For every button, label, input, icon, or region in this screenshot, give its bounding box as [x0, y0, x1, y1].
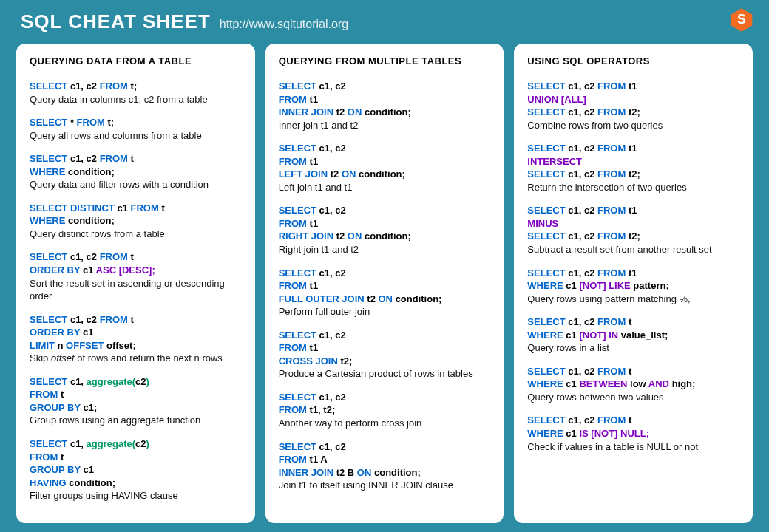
code-line: FROM t1: [279, 155, 491, 168]
card-heading: QUERYING FROM MULTIPLE TABLES: [279, 55, 491, 69]
code-block: SELECT c1, c2 FROM t1WHERE c1 [NOT] LIKE…: [527, 267, 739, 306]
code-line: WHERE condition;: [30, 166, 242, 179]
code-block: SELECT DISTINCT c1 FROM tWHERE condition…: [30, 202, 242, 241]
code-line: SELECT c1, c2 FROM t: [527, 414, 739, 427]
code-line: LIMIT n OFFSET offset;: [30, 339, 242, 352]
code-line: ORDER BY c1: [30, 326, 242, 339]
code-block: SELECT c1, c2 FROM t1INTERSECTSELECT c1,…: [527, 142, 739, 194]
code-line: SELECT c1, c2: [279, 204, 491, 217]
code-block: SELECT c1, c2FROM t1INNER JOIN t2 ON con…: [279, 80, 491, 132]
code-block: SELECT c1, c2 FROM tWHERE condition;Quer…: [30, 152, 242, 191]
card-heading: QUERYING DATA FROM A TABLE: [30, 55, 242, 69]
code-line: CROSS JOIN t2;: [279, 355, 491, 368]
code-line: RIGHT JOIN t2 ON condition;: [279, 230, 491, 243]
code-line: SELECT c1, c2: [279, 80, 491, 93]
code-line: SELECT c1, c2 FROM t;: [30, 80, 242, 93]
code-description: Query data in columns c1, c2 from a tabl…: [30, 93, 242, 106]
code-description: Produce a Cartesian product of rows in t…: [279, 367, 491, 381]
code-line: WHERE c1 [NOT] IN value_list;: [527, 329, 739, 342]
code-line: INTERSECT: [527, 155, 739, 168]
code-description: Sort the result set in ascending or desc…: [30, 277, 242, 303]
card-body: SELECT c1, c2 FROM t1UNION [ALL]SELECT c…: [527, 80, 739, 453]
code-description: Subtract a result set from another resul…: [527, 243, 739, 256]
code-description: Perform full outer join: [279, 305, 491, 318]
card-heading: USING SQL OPERATORS: [527, 55, 739, 69]
code-line: SELECT c1, c2 FROM t1: [527, 204, 739, 217]
code-block: SELECT c1, c2 FROM t;Query data in colum…: [30, 80, 242, 106]
code-block: SELECT c1, c2 FROM tORDER BY c1 ASC [DES…: [30, 250, 242, 302]
code-description: Another way to perform cross join: [279, 417, 491, 430]
code-block: SELECT c1, c2 FROM t1UNION [ALL]SELECT c…: [527, 80, 739, 132]
code-block: SELECT c1, c2 FROM tWHERE c1 [NOT] IN va…: [527, 316, 739, 355]
code-line: FROM t: [30, 388, 242, 401]
code-block: SELECT c1, c2FROM t1LEFT JOIN t2 ON cond…: [279, 142, 491, 194]
code-line: SELECT c1, c2 FROM t2;: [527, 168, 739, 181]
code-line: SELECT c1, c2: [279, 329, 491, 342]
code-line: FROM t: [30, 451, 242, 464]
code-line: MINUS: [527, 217, 739, 231]
code-line: SELECT c1, c2 FROM t: [30, 313, 242, 327]
code-line: FROM t1: [279, 93, 491, 106]
site-url: http://www.sqltutorial.org: [220, 18, 348, 31]
code-line: WHERE c1 [NOT] LIKE pattern;: [527, 279, 739, 293]
code-line: SELECT c1, c2 FROM t1: [527, 142, 739, 155]
code-line: SELECT c1, c2 FROM t1: [527, 80, 739, 93]
code-description: Check if values in a table is NULL or no…: [527, 440, 739, 454]
code-line: GROUP BY c1;: [30, 401, 242, 415]
code-line: INNER JOIN t2 B ON condition;: [279, 466, 491, 480]
code-block: SELECT c1, aggregate(c2)FROM tGROUP BY c…: [30, 375, 242, 427]
code-line: SELECT c1, c2 FROM t: [30, 152, 242, 166]
card-body: SELECT c1, c2FROM t1INNER JOIN t2 ON con…: [279, 80, 491, 492]
card-query-single: QUERYING DATA FROM A TABLE SELECT c1, c2…: [16, 44, 255, 523]
code-line: SELECT c1, c2 FROM t1: [527, 267, 739, 280]
code-line: SELECT c1, aggregate(c2): [30, 437, 242, 451]
code-description: Filter groups using HAVING clause: [30, 489, 242, 502]
svg-text:S: S: [737, 12, 746, 27]
code-line: SELECT c1, c2: [279, 440, 491, 454]
code-line: WHERE c1 IS [NOT] NULL;: [527, 427, 739, 440]
card-body: SELECT c1, c2 FROM t;Query data in colum…: [30, 80, 242, 502]
code-description: Query rows between two values: [527, 391, 739, 404]
code-block: SELECT c1, c2FROM t1RIGHT JOIN t2 ON con…: [279, 204, 491, 256]
code-line: WHERE c1 BETWEEN low AND high;: [527, 378, 739, 391]
code-block: SELECT c1, c2 FROM tWHERE c1 BETWEEN low…: [527, 365, 739, 404]
code-description: Query rows using pattern matching %, _: [527, 293, 739, 306]
code-block: SELECT c1, aggregate(c2)FROM tGROUP BY c…: [30, 437, 242, 502]
code-line: SELECT c1, c2: [279, 391, 491, 404]
code-line: SELECT c1, c2 FROM t: [527, 365, 739, 378]
code-line: UNION [ALL]: [527, 93, 739, 106]
code-block: SELECT c1, c2 FROM tWHERE c1 IS [NOT] NU…: [527, 414, 739, 453]
code-block: SELECT c1, c2FROM t1FULL OUTER JOIN t2 O…: [279, 267, 491, 318]
code-line: LEFT JOIN t2 ON condition;: [279, 168, 491, 181]
header: SQL CHEAT SHEET http://www.sqltutorial.o…: [0, 0, 769, 36]
code-description: Right join t1 and t2: [279, 243, 491, 256]
code-block: SELECT c1, c2FROM t1 AINNER JOIN t2 B ON…: [279, 440, 491, 492]
code-block: SELECT * FROM t;Query all rows and colum…: [30, 116, 242, 142]
code-line: SELECT DISTINCT c1 FROM t: [30, 202, 242, 215]
code-description: Join t1 to itself using INNER JOIN claus…: [279, 479, 491, 492]
code-block: SELECT c1, c2 FROM t1MINUSSELECT c1, c2 …: [527, 204, 739, 256]
code-line: SELECT c1, c2 FROM t: [30, 250, 242, 264]
code-line: FROM t1 A: [279, 453, 491, 466]
code-line: SELECT c1, c2 FROM t2;: [527, 230, 739, 243]
code-line: SELECT c1, c2: [279, 267, 491, 280]
code-description: Query all rows and columns from a table: [30, 129, 242, 143]
code-description: Skip offset of rows and return the next …: [30, 352, 242, 365]
code-description: Left join t1 and t1: [279, 181, 491, 194]
code-line: SELECT c1, c2 FROM t2;: [527, 106, 739, 119]
code-line: FROM t1: [279, 341, 491, 355]
card-query-multiple: QUERYING FROM MULTIPLE TABLES SELECT c1,…: [265, 44, 504, 523]
code-line: FROM t1: [279, 217, 491, 231]
code-description: Query distinct rows from a table: [30, 228, 242, 241]
code-description: Group rows using an aggregate function: [30, 414, 242, 427]
card-sql-operators: USING SQL OPERATORS SELECT c1, c2 FROM t…: [514, 44, 753, 523]
code-line: INNER JOIN t2 ON condition;: [279, 106, 491, 119]
code-description: Return the intersection of two queries: [527, 181, 739, 194]
code-description: Combine rows from two queries: [527, 119, 739, 132]
code-line: GROUP BY c1: [30, 463, 242, 477]
code-line: SELECT c1, aggregate(c2): [30, 375, 242, 389]
code-block: SELECT c1, c2FROM t1CROSS JOIN t2;Produc…: [279, 329, 491, 381]
code-line: FROM t1: [279, 279, 491, 293]
code-line: FULL OUTER JOIN t2 ON condition;: [279, 293, 491, 306]
code-description: Query data and filter rows with a condit…: [30, 178, 242, 191]
